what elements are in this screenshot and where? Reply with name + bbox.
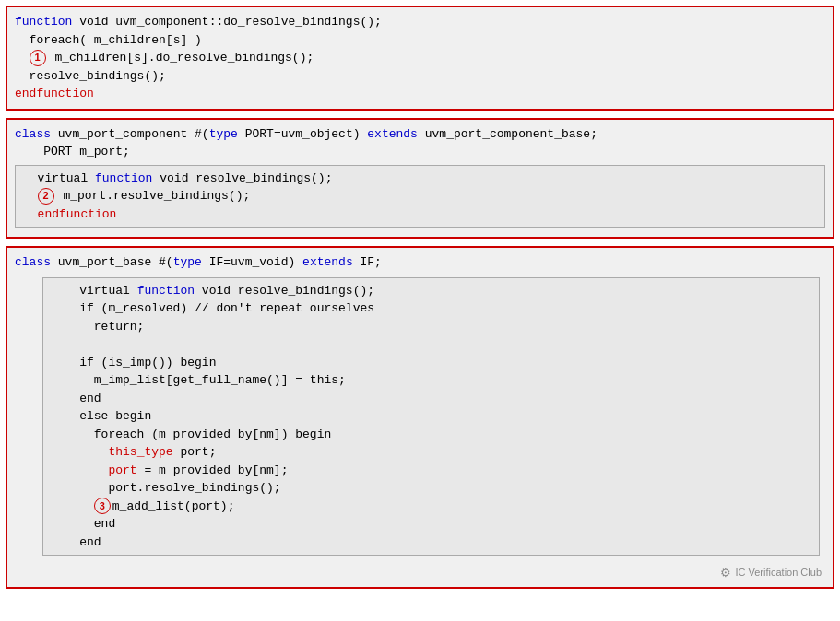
kw-function-2: function — [95, 171, 152, 185]
annotation-3: 3 — [94, 498, 111, 514]
inner-function-2: virtual function void resolve_bindings()… — [51, 282, 811, 552]
watermark: ⚙ IC Verification Club — [720, 564, 825, 582]
kw-function-1: function — [15, 15, 72, 29]
code-block-3-header: class uvm_port_base #(type IF=uvm_void) … — [15, 253, 825, 272]
code-block-1: function void uvm_component::do_resolve_… — [6, 6, 834, 111]
annotation-1: 1 — [30, 50, 46, 66]
code-block-3: class uvm_port_base #(type IF=uvm_void) … — [6, 246, 834, 589]
watermark-icon: ⚙ — [720, 564, 731, 582]
kw-port: port — [108, 463, 136, 477]
kw-endfunction-1: endfunction — [15, 87, 94, 100]
kw-function-3: function — [137, 284, 195, 298]
code-block-2-header: class uvm_port_component #(type PORT=uvm… — [15, 125, 825, 144]
code-block-2-inner: virtual function void resolve_bindings()… — [15, 165, 825, 228]
kw-thistype: this_type — [108, 445, 172, 459]
code-block-1-content: function void uvm_component::do_resolve_… — [15, 13, 825, 103]
inner-function-1: virtual function void resolve_bindings()… — [23, 170, 817, 224]
annotation-2: 2 — [38, 188, 54, 205]
watermark-text: IC Verification Club — [735, 565, 822, 580]
kw-type-2: type — [173, 255, 202, 269]
code-block-2-port: PORT m_port; — [15, 143, 825, 161]
code-block-2: class uvm_port_component #(type PORT=uvm… — [6, 118, 834, 240]
kw-extends-2: extends — [302, 255, 353, 269]
kw-endfunction-2: endfunction — [38, 207, 117, 221]
kw-class-1: class — [15, 127, 51, 141]
code-block-3-inner: virtual function void resolve_bindings()… — [42, 277, 820, 557]
kw-type-1: type — [209, 127, 238, 141]
kw-class-2: class — [15, 255, 51, 269]
kw-extends-1: extends — [367, 127, 418, 141]
